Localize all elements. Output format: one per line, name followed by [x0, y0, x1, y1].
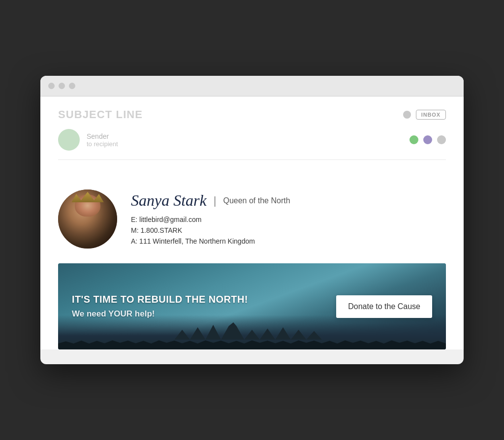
sender-avatar [58, 129, 80, 151]
action-purple-icon[interactable] [423, 135, 432, 144]
action-gray-icon[interactable] [437, 135, 446, 144]
inbox-badge-row: INBOX [403, 110, 446, 120]
titlebar [40, 76, 464, 96]
signature-name-row: Sanya Stark | Queen of the North [131, 191, 446, 210]
contact-mobile: M: 1.800.STARK [131, 226, 446, 234]
banner-content: IT'S TIME TO REBUILD THE NORTH! We need … [58, 263, 446, 349]
inbox-dot-icon [403, 111, 411, 119]
inbox-badge: INBOX [416, 110, 446, 120]
subject-row: SUBJECT LINE INBOX [58, 108, 446, 121]
sender-name: Sender [87, 132, 118, 140]
email-header: SUBJECT LINE INBOX Sender to recipient [40, 96, 464, 160]
signature-title: Queen of the North [223, 196, 290, 205]
contact-info: E: littlebird@gmail.com M: 1.800.STARK A… [131, 216, 446, 245]
banner-text: IT'S TIME TO REBUILD THE NORTH! We need … [72, 294, 336, 319]
sender-left: Sender to recipient [58, 129, 118, 151]
sender-actions [410, 135, 446, 144]
signature-name: Sanya Stark [131, 191, 207, 210]
sender-row: Sender to recipient [58, 129, 446, 160]
email-subject: SUBJECT LINE [58, 108, 143, 121]
close-dot [48, 83, 55, 89]
banner-subheadline: We need YOUR help! [72, 309, 336, 319]
action-green-icon[interactable] [410, 135, 418, 144]
maximize-dot [69, 83, 75, 89]
contact-email: E: littlebird@gmail.com [131, 216, 446, 223]
donate-button[interactable]: Donate to the Cause [336, 295, 432, 318]
banner-section: IT'S TIME TO REBUILD THE NORTH! We need … [58, 263, 446, 349]
window-body: SUBJECT LINE INBOX Sender to recipient [40, 96, 464, 349]
signature-divider: | [214, 194, 217, 207]
sender-info: Sender to recipient [87, 132, 118, 148]
profile-photo [58, 189, 117, 249]
email-body [40, 160, 464, 180]
email-window: SUBJECT LINE INBOX Sender to recipient [40, 76, 464, 364]
signature-info: Sanya Stark | Queen of the North E: litt… [131, 189, 446, 245]
sender-recipient: to recipient [87, 140, 118, 148]
signature-section: Sanya Stark | Queen of the North E: litt… [40, 180, 464, 258]
contact-address: A: 111 Winterfell, The Northern Kingdom [131, 237, 446, 245]
minimize-dot [59, 83, 65, 89]
banner-headline: IT'S TIME TO REBUILD THE NORTH! [72, 294, 336, 305]
